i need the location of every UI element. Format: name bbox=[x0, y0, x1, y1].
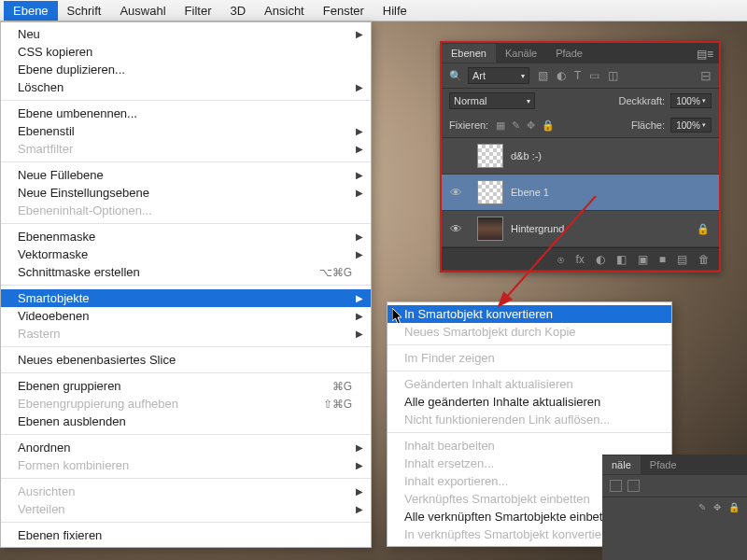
dropdown-item[interactable]: CSS kopieren bbox=[1, 43, 371, 61]
menubar-item-fenster[interactable]: Fenster bbox=[314, 1, 374, 21]
menubar-item-schrift[interactable]: Schrift bbox=[58, 1, 111, 21]
dropdown-item[interactable]: Ebene duplizieren... bbox=[1, 61, 371, 78]
aux-tab[interactable]: Pfade bbox=[641, 455, 686, 474]
dropdown-item[interactable]: Ebenenstil▶ bbox=[1, 122, 371, 140]
dropdown-item[interactable]: Neue Einstellungsebene▶ bbox=[1, 184, 371, 202]
dropdown-item[interactable]: Schnittmaske erstellen⌥⌘G bbox=[1, 263, 371, 281]
submenu-arrow-icon: ▶ bbox=[356, 293, 363, 303]
submenu-item: Geänderten Inhalt aktualisieren bbox=[388, 375, 671, 393]
dropdown-item[interactable]: Neue Füllebene▶ bbox=[1, 166, 371, 184]
menubar-item-ansicht[interactable]: Ansicht bbox=[255, 1, 314, 21]
smart-filter-icon[interactable]: ◫ bbox=[608, 69, 618, 82]
submenu-arrow-icon: ▶ bbox=[356, 329, 363, 339]
submenu-item[interactable]: In Smartobjekt konvertieren bbox=[388, 305, 671, 323]
menu-item-label: Videoebenen bbox=[18, 309, 352, 323]
fx-icon[interactable]: fx bbox=[575, 253, 584, 266]
layer-item[interactable]: 👁Ebene 1 bbox=[442, 175, 719, 211]
submenu-arrow-icon: ▶ bbox=[356, 170, 363, 180]
submenu-arrow-icon: ▶ bbox=[356, 82, 363, 92]
lock-pixel-icon[interactable]: ✎ bbox=[512, 119, 520, 132]
aux-icon[interactable]: ✎ bbox=[698, 502, 706, 512]
dropdown-item[interactable]: Neues ebenenbasiertes Slice bbox=[1, 351, 371, 369]
panel-tab-pfade[interactable]: Pfade bbox=[546, 44, 592, 63]
group-icon[interactable]: ▣ bbox=[638, 253, 648, 266]
panel-menu-icon[interactable]: ▤≡ bbox=[697, 48, 713, 61]
menu-separator bbox=[1, 223, 371, 224]
aux-tab[interactable]: näle bbox=[602, 455, 641, 474]
dropdown-item[interactable]: Ebenen fixieren bbox=[1, 526, 371, 544]
submenu-arrow-icon: ▶ bbox=[356, 126, 363, 136]
dropdown-item[interactable]: Anordnen▶ bbox=[1, 439, 371, 456]
layer-thumbnail[interactable] bbox=[477, 217, 503, 241]
fill-field[interactable]: 100%▾ bbox=[670, 118, 712, 133]
dropdown-item[interactable]: Löschen▶ bbox=[1, 78, 371, 96]
mask-icon[interactable]: ◐ bbox=[596, 253, 605, 266]
menu-item-label: Neues ebenenbasiertes Slice bbox=[18, 353, 352, 367]
opacity-label: Deckkraft: bbox=[618, 95, 665, 106]
menu-separator bbox=[1, 346, 371, 347]
menubar-item-3d[interactable]: 3D bbox=[220, 1, 255, 21]
dropdown-item: Ausrichten▶ bbox=[1, 483, 371, 500]
menu-separator bbox=[388, 432, 671, 433]
aux-icon-2[interactable] bbox=[627, 480, 640, 492]
visibility-toggle-icon[interactable]: 👁 bbox=[442, 186, 470, 200]
menubar-item-ebene[interactable]: Ebene bbox=[4, 1, 58, 21]
layer-item[interactable]: 👁Hintergrund🔒 bbox=[442, 211, 719, 247]
menu-item-label: Ebeneninhalt-Optionen... bbox=[18, 203, 352, 217]
dropdown-item[interactable]: Smartobjekte▶ bbox=[1, 289, 371, 307]
lock-transparency-icon[interactable]: ▦ bbox=[496, 119, 505, 132]
layer-thumbnail[interactable] bbox=[477, 180, 503, 204]
dropdown-item[interactable]: Ebenen gruppieren⌘G bbox=[1, 377, 371, 395]
menu-item-label: Inhalt bearbeiten bbox=[404, 439, 653, 453]
panel-tab-ebenen[interactable]: Ebenen bbox=[442, 44, 496, 63]
panel-tab-kanäle[interactable]: Kanäle bbox=[496, 44, 546, 63]
adjustment-icon[interactable]: ◧ bbox=[616, 253, 627, 266]
kind-select[interactable]: Art ▾ bbox=[468, 67, 529, 84]
blend-mode-select[interactable]: Normal ▾ bbox=[449, 92, 535, 109]
submenu-arrow-icon: ▶ bbox=[356, 486, 363, 497]
image-filter-icon[interactable]: ▧ bbox=[538, 69, 548, 82]
folder-icon[interactable]: ▤ bbox=[677, 253, 687, 266]
layer-name-label: Hintergrund bbox=[511, 223, 564, 234]
menu-item-label: Rastern bbox=[18, 327, 352, 341]
submenu-arrow-icon: ▶ bbox=[356, 188, 363, 198]
dropdown-item[interactable]: Neu▶ bbox=[1, 25, 371, 43]
new-layer-icon[interactable]: ■ bbox=[659, 253, 666, 266]
layer-filter-row: 🔍 Art ▾ ▧ ◐ T ▭ ◫ ⊟ bbox=[442, 63, 719, 88]
dropdown-item[interactable]: Videoebenen▶ bbox=[1, 307, 371, 325]
lock-all-icon[interactable]: 🔒 bbox=[542, 119, 555, 132]
menubar-item-auswahl[interactable]: Auswahl bbox=[110, 1, 175, 21]
dropdown-item[interactable]: Vektormaske▶ bbox=[1, 245, 371, 263]
menu-item-label: Neues Smartobjekt durch Kopie bbox=[404, 325, 653, 339]
lock-label: Fixieren: bbox=[449, 119, 488, 131]
dropdown-item[interactable]: Ebenen ausblenden bbox=[1, 413, 371, 430]
aux-icon[interactable]: ✥ bbox=[713, 502, 721, 512]
chevron-down-icon: ▾ bbox=[521, 72, 525, 80]
kind-icon: 🔍 bbox=[449, 70, 462, 82]
link-icon[interactable]: ⍟ bbox=[557, 253, 564, 266]
menu-item-label: Anordnen bbox=[18, 441, 352, 455]
menu-item-label: Verteilen bbox=[18, 502, 352, 516]
adjust-filter-icon[interactable]: ◐ bbox=[557, 69, 566, 82]
submenu-arrow-icon: ▶ bbox=[356, 460, 363, 470]
menu-item-label: Schnittmaske erstellen bbox=[18, 265, 319, 279]
dropdown-item[interactable]: Ebene umbenennen... bbox=[1, 105, 371, 122]
type-filter-icon[interactable]: T bbox=[574, 69, 581, 82]
layers-panel-tabs: EbenenKanälePfade▤≡ bbox=[442, 43, 719, 63]
filter-toggle-icon[interactable]: ⊟ bbox=[700, 68, 712, 83]
submenu-item[interactable]: Alle geänderten Inhalte aktualisieren bbox=[388, 393, 671, 411]
menubar-item-hilfe[interactable]: Hilfe bbox=[374, 1, 416, 21]
visibility-toggle-icon[interactable]: 👁 bbox=[442, 222, 470, 236]
menubar-item-filter[interactable]: Filter bbox=[176, 1, 221, 21]
menu-item-label: In Smartobjekt konvertieren bbox=[404, 307, 653, 321]
layer-thumbnail[interactable] bbox=[477, 144, 503, 168]
opacity-field[interactable]: 100%▾ bbox=[670, 93, 712, 108]
dropdown-item[interactable]: Ebenenmaske▶ bbox=[1, 228, 371, 245]
shape-filter-icon[interactable]: ▭ bbox=[589, 69, 599, 82]
aux-icon-1[interactable] bbox=[610, 480, 622, 492]
trash-icon[interactable]: 🗑 bbox=[698, 253, 710, 266]
lock-position-icon[interactable]: ✥ bbox=[527, 119, 535, 132]
layer-item[interactable]: d&b :-) bbox=[442, 138, 719, 175]
aux-icon[interactable]: 🔒 bbox=[728, 502, 740, 512]
blend-mode-label: Normal bbox=[454, 95, 486, 106]
